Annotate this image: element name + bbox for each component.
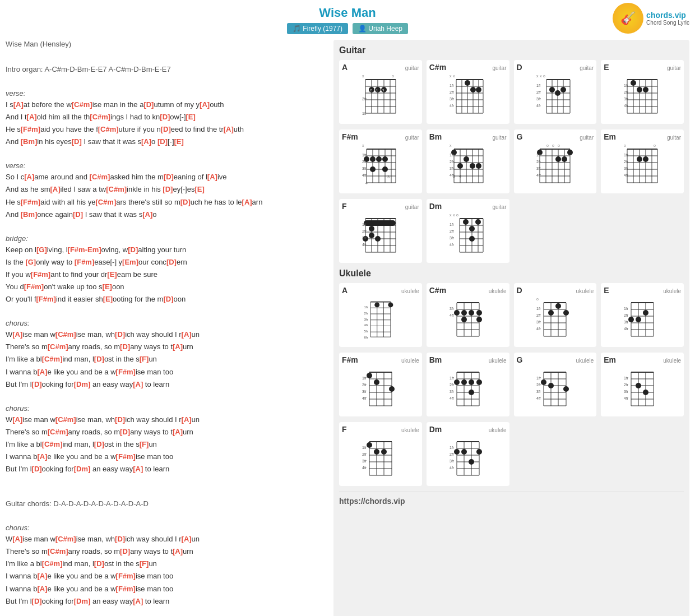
svg-text:o: o xyxy=(552,143,554,147)
svg-text:3fr: 3fr xyxy=(624,320,629,324)
svg-text:1fr: 1fr xyxy=(536,307,541,311)
svg-point-77 xyxy=(637,87,642,92)
lyric-line: There's so m[C#m]any roads, so m[D]any w… xyxy=(6,426,328,438)
guitar-chord-grid-row3: F guitar xyxy=(339,199,684,263)
svg-text:o: o xyxy=(456,213,458,217)
svg-point-318 xyxy=(461,379,467,385)
uke-diagram-A: 1fr 2fr 3fr 4fr 5fr 6fr xyxy=(361,295,400,342)
svg-text:2fr: 2fr xyxy=(362,97,367,101)
lyric-line: But I'm l[D]ooking for[Dm] an easy way[A… xyxy=(6,463,328,475)
svg-point-249 xyxy=(469,310,474,316)
lyric-line: W[A]ise man w[C#m]ise man, wh[D]ich way … xyxy=(6,533,328,545)
svg-text:1fr: 1fr xyxy=(536,376,541,380)
svg-text:1fr: 1fr xyxy=(450,376,455,380)
uke-chord-Bm[interactable]: Bm ukulele xyxy=(427,353,509,416)
lyric-line: He s[F#m]aid with all his ye[C#m]ars the… xyxy=(6,196,328,209)
uke-diagram-Dm: 1fr 2fr 3fr 4fr xyxy=(448,434,488,481)
chord-Csharpm[interactable]: C#m guitar x x xyxy=(427,60,509,124)
chord-A[interactable]: A guitar x o xyxy=(339,60,422,124)
chord-Dm[interactable]: Dm guitar x x o xyxy=(427,199,509,263)
chord-name-D: D xyxy=(517,63,522,72)
svg-point-58 xyxy=(555,90,560,96)
svg-text:4fr: 4fr xyxy=(362,396,367,400)
svg-text:3fr: 3fr xyxy=(450,166,455,170)
uke-chord-F[interactable]: F ukulele xyxy=(339,422,422,486)
chord-diagram-Bm: x xyxy=(448,141,488,189)
svg-text:o: o xyxy=(624,143,626,147)
chord-Bm[interactable]: Bm guitar x xyxy=(427,129,509,193)
svg-point-211 xyxy=(469,226,475,231)
svg-text:4fr: 4fr xyxy=(536,173,541,177)
lyric-line: So I c[A]ame around and [C#m]asked him t… xyxy=(6,171,328,183)
lyric-line: I wanna b[A]e like you and be a w[F#m]is… xyxy=(6,366,328,378)
svg-text:2fr: 2fr xyxy=(450,383,455,387)
chords-footer-url: https://chords.vip xyxy=(339,492,684,506)
chord-D[interactable]: D guitar x x o xyxy=(514,60,597,124)
svg-text:1fr: 1fr xyxy=(450,84,455,87)
tag-album[interactable]: 🎵 Firefly (1977) xyxy=(287,23,348,34)
svg-text:3fr: 3fr xyxy=(624,97,629,101)
svg-point-124 xyxy=(470,163,475,169)
svg-text:2fr: 2fr xyxy=(362,383,367,387)
svg-point-386 xyxy=(454,449,460,455)
uke-chord-type-Dm: ukulele xyxy=(489,427,507,433)
lyric-line: W[A]ise man w[C#m]ise man, wh[D]ich way … xyxy=(6,414,328,426)
svg-text:o: o xyxy=(543,74,545,78)
uke-chord-E[interactable]: E ukulele xyxy=(601,283,684,347)
uke-chord-Dm[interactable]: Dm ukulele xyxy=(427,422,509,486)
chord-type-Dm: guitar xyxy=(492,204,506,210)
svg-point-122 xyxy=(464,156,469,162)
lyric-line: I wanna b[A]e like you and be a w[F#m]is… xyxy=(6,451,328,463)
svg-text:4fr: 4fr xyxy=(362,243,367,247)
uke-chord-G[interactable]: G ukulele xyxy=(514,353,597,416)
svg-text:1fr: 1fr xyxy=(624,376,629,380)
uke-chord-type-F: ukulele xyxy=(401,427,419,433)
lyric-line: You d[F#m]on't wake up too s[E]oon xyxy=(6,281,328,293)
uke-chord-Fsharpm[interactable]: F#m ukulele xyxy=(339,353,422,416)
svg-text:4fr: 4fr xyxy=(624,327,629,331)
chords-panel: Guitar A guitar x o xyxy=(333,40,689,616)
chord-F[interactable]: F guitar xyxy=(339,199,422,263)
svg-point-354 xyxy=(643,390,648,395)
uke-chord-name-D: D xyxy=(517,286,522,295)
chord-Em[interactable]: Em guitar o o xyxy=(601,129,684,193)
svg-text:3fr: 3fr xyxy=(364,317,368,321)
uke-chord-name-F: F xyxy=(342,425,347,434)
uke-chord-type-D: ukulele xyxy=(576,288,594,294)
svg-point-284 xyxy=(636,317,641,322)
svg-point-38 xyxy=(476,87,481,92)
guitar-chords-line: Guitar chords: D-A-D-A-D-A-D-A-D-A-D-A-D xyxy=(6,499,328,508)
svg-point-337 xyxy=(548,383,554,388)
svg-text:4fr: 4fr xyxy=(536,104,541,108)
chord-E[interactable]: E guitar xyxy=(601,60,684,124)
svg-text:4fr: 4fr xyxy=(362,466,367,470)
chord-diagram-F: 1fr 2fr 3fr 4fr xyxy=(361,211,400,258)
lyric-line: But I'm l[D]ooking for[Dm] an easy way[A… xyxy=(6,595,328,608)
lyric-line: Or you'll f[F#m]ind it easier sh[E]ootin… xyxy=(6,293,328,305)
tag-artist[interactable]: 👤 Uriah Heep xyxy=(353,23,408,34)
chord-name-F: F xyxy=(342,202,347,211)
svg-point-300 xyxy=(367,373,372,378)
chorus2-block: chorus: W[A]ise man w[C#m]ise man, wh[D]… xyxy=(6,404,328,475)
svg-text:1fr: 1fr xyxy=(362,223,367,226)
svg-point-268 xyxy=(563,310,569,316)
chorus3-label: chorus: xyxy=(6,524,328,532)
svg-point-101 xyxy=(382,166,388,172)
svg-text:1fr: 1fr xyxy=(362,446,367,450)
uke-chord-Em[interactable]: Em ukulele xyxy=(601,353,684,416)
chord-name-Csharpm: C#m xyxy=(429,63,446,72)
svg-rect-187 xyxy=(364,220,396,226)
svg-point-188 xyxy=(369,226,374,231)
svg-point-369 xyxy=(367,442,372,448)
chord-type-Csharpm: guitar xyxy=(492,65,506,71)
chord-G[interactable]: G guitar o o o xyxy=(514,129,597,193)
uke-chord-D[interactable]: D ukulele o xyxy=(514,283,597,347)
svg-text:x: x xyxy=(450,213,452,217)
svg-point-247 xyxy=(454,310,460,316)
svg-text:1fr: 1fr xyxy=(536,84,541,87)
uke-chord-Csharpm[interactable]: C#m ukulele xyxy=(427,283,509,347)
uke-chord-A[interactable]: A ukulele xyxy=(339,283,422,347)
chord-Fsharpm[interactable]: F#m guitar x xyxy=(339,129,422,193)
verse1-block: verse: I s[A]at before the w[C#m]ise man… xyxy=(6,89,328,148)
verse2-block: verse: So I c[A]ame around and [C#m]aske… xyxy=(6,161,328,220)
